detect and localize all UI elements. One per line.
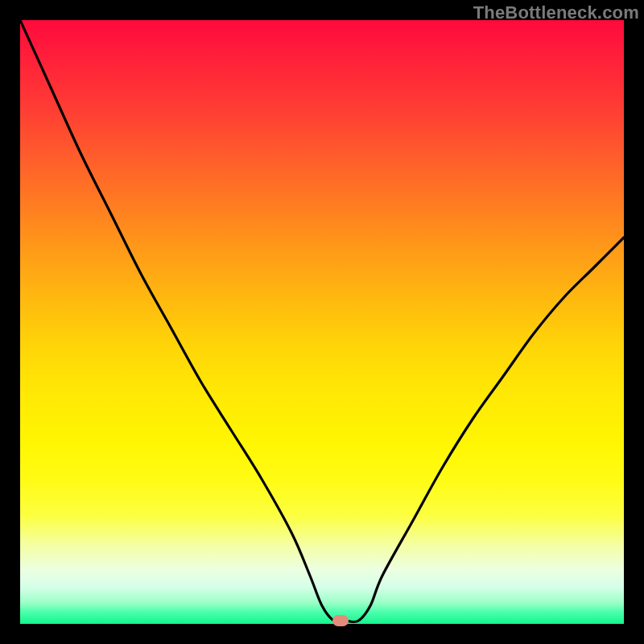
optimum-marker — [332, 615, 349, 626]
plot-area — [20, 20, 624, 624]
curve-layer — [20, 20, 624, 624]
chart-stage: TheBottleneck.com — [0, 0, 644, 644]
bottleneck-curve — [20, 20, 624, 622]
